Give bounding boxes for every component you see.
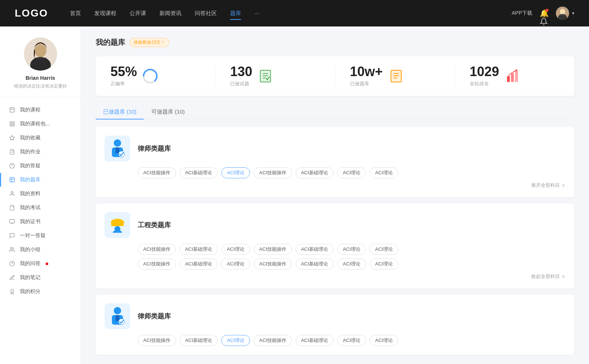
tag-item[interactable]: ACI技能操作: [254, 335, 292, 346]
tag-item[interactable]: ACI理论: [370, 167, 398, 178]
tag-item-active[interactable]: ACI理论: [221, 335, 250, 346]
nav-home[interactable]: 首页: [70, 8, 81, 18]
svg-point-4: [35, 44, 46, 57]
accuracy-chart-icon: [142, 68, 158, 84]
tag-item[interactable]: ACI理论: [370, 244, 398, 255]
svg-rect-11: [13, 124, 14, 126]
sidebar-item-certificate[interactable]: 我的证书: [0, 215, 81, 229]
tag-item[interactable]: ACI理论: [221, 258, 250, 270]
sidebar-item-label: 我的笔记: [20, 274, 40, 281]
stat-accuracy: 55% 正确率: [96, 65, 215, 87]
tag-item[interactable]: ACI技能操作: [254, 167, 292, 178]
stat-accuracy-label: 正确率: [110, 81, 137, 87]
expand-link-0[interactable]: 展开全部科目 ∨: [531, 182, 565, 189]
stat-rank: 1029 全站排名: [455, 65, 574, 87]
tag-item[interactable]: ACI理论: [221, 244, 250, 255]
qbank-icon-lawyer-2: [105, 303, 130, 329]
tag-item[interactable]: ACI基础理论: [296, 258, 334, 270]
user-avatar-button[interactable]: ▾: [556, 7, 574, 20]
tag-item[interactable]: ACI理论: [337, 258, 366, 270]
nav-qa[interactable]: 问答社区: [195, 8, 217, 18]
sidebar-item-label: 我的题库: [20, 176, 40, 183]
tag-item[interactable]: ACI基础理论: [296, 244, 334, 255]
done-banks-icon: [388, 68, 404, 84]
sidebar-item-label: 我的证书: [20, 218, 40, 225]
profile-avatar: [24, 38, 57, 71]
tag-item[interactable]: ACI技能操作: [254, 244, 292, 255]
svg-rect-37: [507, 76, 510, 82]
courses-icon: [9, 107, 15, 113]
qbank-title-0: 律师类题库: [138, 144, 171, 153]
sidebar-item-label: 我的课程包...: [20, 121, 50, 127]
qbank-footer-1: 收起全部科目 ∧: [105, 273, 565, 280]
qbank-tags-row2-1: ACI技能操作 ACI基础理论 ACI理论 ACI技能操作 ACI基础理论 AC…: [138, 258, 565, 270]
tab-done-banks[interactable]: 已做题库 (10): [96, 105, 144, 119]
tag-item[interactable]: ACI基础理论: [180, 335, 218, 346]
favorites-icon: [9, 135, 15, 141]
tab-available-banks[interactable]: 可做题库 (10): [144, 105, 192, 119]
sidebar-item-favorites[interactable]: 我的收藏: [0, 131, 81, 145]
sidebar-item-profile-info[interactable]: 我的资料: [0, 187, 81, 201]
tag-item-active[interactable]: ACI理论: [221, 167, 250, 178]
tag-item[interactable]: ACI基础理论: [180, 167, 218, 178]
page-title: 我的题库: [96, 38, 125, 47]
sidebar-item-one-on-one[interactable]: 一对一答疑: [0, 229, 81, 243]
qbank-title-2: 律师类题库: [138, 312, 171, 321]
svg-rect-8: [10, 122, 12, 124]
tag-item[interactable]: ACI技能操作: [138, 335, 176, 346]
tag-item[interactable]: ACI理论: [370, 335, 398, 346]
svg-rect-6: [10, 108, 14, 112]
sidebar-item-exam[interactable]: 我的考试: [0, 201, 81, 215]
tag-item[interactable]: ACI技能操作: [138, 258, 176, 270]
my-questions-icon: [9, 260, 15, 267]
nav-discover[interactable]: 发现课程: [94, 8, 116, 18]
tag-item[interactable]: ACI技能操作: [138, 244, 176, 255]
sidebar-item-points[interactable]: 我的积分: [0, 285, 81, 299]
svg-rect-43: [116, 147, 119, 153]
tag-item[interactable]: ACI理论: [337, 167, 366, 178]
svg-rect-46: [111, 224, 124, 226]
sidebar-item-homework[interactable]: 我的作业: [0, 145, 81, 159]
sidebar-item-label: 我的积分: [20, 288, 40, 295]
svg-marker-12: [10, 135, 14, 140]
sidebar-item-group[interactable]: 我的小组: [0, 243, 81, 257]
sidebar-item-my-questions[interactable]: 我的问答: [0, 257, 81, 271]
notification-bell[interactable]: [540, 9, 549, 18]
app-download-button[interactable]: APP下载: [512, 10, 532, 17]
stat-accuracy-value: 55%: [110, 65, 137, 78]
tag-item[interactable]: ACI理论: [337, 335, 366, 346]
collapse-link-1[interactable]: 收起全部科目 ∧: [531, 273, 565, 280]
tag-item[interactable]: ACI技能操作: [138, 167, 176, 178]
tag-item[interactable]: ACI基础理论: [180, 244, 218, 255]
qbank-tags-2: ACI技能操作 ACI基础理论 ACI理论 ACI技能操作 ACI基础理论 AC…: [138, 335, 565, 346]
sidebar-item-courses[interactable]: 我的课程: [0, 103, 81, 117]
sidebar-item-course-packages[interactable]: 我的课程包...: [0, 117, 81, 131]
sidebar-item-question-bank[interactable]: 我的题库: [0, 173, 81, 187]
tag-item[interactable]: ACI基础理论: [296, 335, 334, 346]
nav-more[interactable]: ···: [254, 8, 259, 18]
qbank-icon-engineer: [105, 212, 130, 238]
sidebar-item-label: 我的问答: [20, 260, 40, 267]
notes-icon: [9, 274, 15, 281]
stat-rank-label: 全站排名: [470, 81, 499, 87]
nav-menu: 首页 发现课程 公开课 新闻资讯 问答社区 题库 ···: [70, 8, 497, 18]
tag-item[interactable]: ACI理论: [370, 258, 398, 270]
notification-dot: [546, 9, 549, 12]
tag-item[interactable]: ACI基础理论: [180, 258, 218, 270]
tag-item[interactable]: ACI技能操作: [254, 258, 292, 270]
sidebar-item-notes[interactable]: 我的笔记: [0, 271, 81, 285]
tag-item[interactable]: ACI基础理论: [296, 167, 334, 178]
stat-accuracy-text: 55% 正确率: [110, 65, 137, 87]
sidebar-item-label: 一对一答疑: [20, 232, 46, 239]
svg-point-24: [11, 289, 14, 292]
avatar: [556, 7, 569, 20]
tag-item[interactable]: ACI理论: [337, 244, 366, 255]
svg-rect-9: [13, 122, 14, 124]
svg-point-21: [10, 247, 12, 249]
nav-news[interactable]: 新闻资讯: [159, 8, 181, 18]
svg-rect-20: [10, 220, 14, 223]
sidebar-item-questions[interactable]: 我的答疑: [0, 159, 81, 173]
stat-done-questions-text: 130 已做试题: [230, 65, 252, 87]
nav-question-bank[interactable]: 题库: [230, 8, 241, 18]
nav-open-course[interactable]: 公开课: [130, 8, 146, 18]
